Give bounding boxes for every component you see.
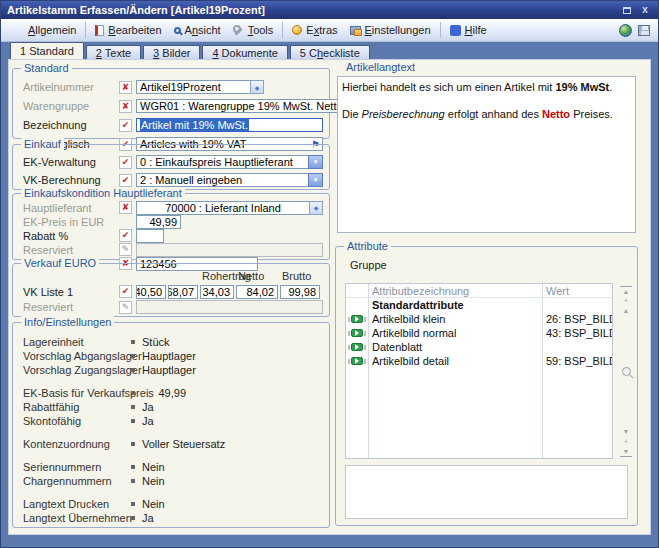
tab-1-standard[interactable]: 1 Standard	[10, 42, 84, 59]
save-icon[interactable]	[638, 25, 650, 36]
info-row: Rabattfähig Ja	[13, 400, 329, 414]
note-icon	[119, 243, 132, 256]
red-check-icon	[119, 156, 132, 169]
menu-item-extras[interactable]: Extras	[286, 22, 343, 38]
info-row: Lagereinheit Stück	[13, 335, 329, 349]
ek-verwaltung-field[interactable]: 0 : Einkaufspreis Hauptlieferant	[136, 155, 308, 169]
ek-preis-field[interactable]: 49,99	[136, 215, 181, 229]
artikelnummer-field[interactable]: Artikel19Prozent	[136, 80, 250, 94]
globe-icon[interactable]	[619, 24, 632, 37]
menu-item-allgemein[interactable]: Allgemein	[5, 22, 82, 39]
vk-liste-field-2[interactable]: 68,07	[168, 285, 198, 299]
close-button[interactable]: x	[638, 4, 652, 16]
bullet-icon	[131, 442, 135, 446]
rabatt-field[interactable]	[136, 229, 164, 243]
close-icon: x	[642, 5, 648, 15]
red-check-icon	[119, 119, 132, 132]
info-row: Chargennummern Nein	[13, 474, 329, 488]
warengruppe-label: Warengruppe	[23, 100, 119, 112]
plus-icon[interactable]: +	[620, 437, 632, 447]
hauptlieferant-field[interactable]: 70000 : Lieferant Inland	[136, 201, 309, 215]
workarea: 1 Standard2 Texte3 Bilder4 Dokumente5 Ch…	[1, 42, 658, 547]
attribute-row[interactable]: Standardattribute	[346, 298, 612, 312]
attribute-row[interactable]: Artikelbild klein 26: BSP_BILDER_1.BMP	[346, 312, 612, 326]
red-x-icon	[119, 100, 132, 113]
bullet-icon	[131, 465, 135, 469]
vk-liste-netto-field[interactable]: 84,02	[236, 285, 278, 299]
plus-icon[interactable]: +	[620, 296, 632, 306]
triangle-up-line-icon[interactable]: ▲	[620, 286, 632, 296]
artikellangtext-line: Hierbei handelt es sich um einen Artikel…	[342, 80, 631, 94]
menu-item-ansicht[interactable]: Ansicht	[168, 22, 227, 38]
magnifier-icon[interactable]	[622, 367, 631, 376]
vk-liste-label: VK Liste 1	[23, 286, 119, 298]
ek-verwaltung-dropdown-button[interactable]: ▼	[308, 155, 323, 169]
tab-2-texte[interactable]: 2 Texte	[86, 45, 141, 59]
restore-icon	[623, 7, 631, 14]
bezeichnung-field[interactable]: Artikel mit 19% MwSt.	[136, 118, 323, 132]
content: Standard Artikelnummer Artikel19Prozent …	[8, 59, 651, 535]
bullet-icon	[131, 391, 135, 395]
group-info-label: Info/Einstellungen	[21, 316, 114, 328]
ek-preis-label: EK-Preis in EUR	[23, 216, 119, 228]
vk-liste-field-1[interactable]: 40,50	[136, 285, 166, 299]
edit-icon	[95, 25, 104, 36]
menubar-right	[619, 24, 654, 37]
info-row: Seriennummern Nein	[13, 460, 329, 474]
bezeichnung-selected-text: Artikel mit 19% MwSt.	[140, 119, 249, 131]
red-check-icon	[119, 285, 132, 298]
nav-arrow-icon	[11, 24, 24, 37]
attribute-image-icon	[348, 329, 366, 337]
window-title: Artikelstamm Erfassen/Ändern [Artikel19P…	[7, 4, 616, 16]
group-einkauf-label: Einkauf	[21, 138, 64, 150]
red-x-icon	[119, 81, 132, 94]
titlebar: Artikelstamm Erfassen/Ändern [Artikel19P…	[1, 1, 658, 19]
warengruppe-field[interactable]: WGR01 : Warengruppe 19% MwSt. Netto	[136, 99, 346, 113]
triangle-down-line-icon[interactable]: ▼	[620, 447, 632, 457]
info-row: Kontenzuordnung Voller Steuersatz	[13, 437, 329, 451]
vk-liste-rohertrag-field[interactable]: 34,03	[200, 285, 234, 299]
red-check-icon	[119, 229, 132, 242]
attributbezeichnung-column-header[interactable]: Attributbezeichnung	[368, 285, 542, 297]
tab-5-checkliste[interactable]: 5 Checkliste	[290, 45, 370, 59]
ek-verwaltung-label: EK-Verwaltung	[23, 156, 119, 168]
tab-4-dokumente[interactable]: 4 Dokumente	[202, 45, 287, 59]
vk-liste-brutto-field[interactable]: 99,98	[280, 285, 320, 299]
menu-separator	[85, 22, 86, 38]
attribute-image-icon	[348, 357, 366, 365]
bullet-icon	[131, 340, 135, 344]
reserviert2-field[interactable]	[136, 300, 323, 314]
menu-item-einstellungen[interactable]: Einstellungen	[344, 22, 437, 38]
artikelnummer-lookup-button[interactable]: ◆	[250, 80, 264, 94]
restore-button[interactable]	[620, 4, 634, 16]
tab-3-bilder[interactable]: 3 Bilder	[143, 45, 200, 59]
hauptlieferant-lookup-button[interactable]: ◆	[309, 201, 323, 215]
reserviert1-field[interactable]	[136, 243, 323, 257]
vk-berechnung-field[interactable]: 2 : Manuell eingeben	[136, 173, 308, 187]
info-row: Vorschlag Zugangslager Hauptlager	[13, 363, 329, 377]
group-attribute-label: Attribute	[344, 240, 391, 252]
artikellangtext-editor[interactable]: Hierbei handelt es sich um einen Artikel…	[337, 76, 636, 233]
attribute-row[interactable]: Artikelbild detail 59: BSP_BILDER_1.BMP	[346, 354, 612, 368]
attribute-row[interactable]: Artikelbild normal 43: BSP_BILDER_1.BMP	[346, 326, 612, 340]
menu-item-hilfe[interactable]: Hilfe	[444, 22, 493, 38]
group-artikellangtext: Artikellangtext Hierbei handelt es sich …	[335, 68, 638, 236]
vk-berechnung-dropdown-button[interactable]: ▼	[308, 173, 323, 187]
bullet-icon	[131, 516, 135, 520]
group-einkauf: Einkauf EK-Verwaltung 0 : Einkaufspreis …	[12, 144, 330, 190]
red-x-icon	[119, 201, 132, 214]
app-window: Artikelstamm Erfassen/Ändern [Artikel19P…	[0, 0, 659, 548]
attribute-row[interactable]: Datenblatt	[346, 340, 612, 354]
bullet-icon	[131, 479, 135, 483]
menu-items: Allgemein Bearbeiten Ansicht Tools Extra…	[5, 22, 619, 39]
wert-column-header[interactable]: Wert	[542, 285, 612, 297]
reserviert2-label: Reserviert	[23, 301, 119, 313]
menu-item-bearbeiten[interactable]: Bearbeiten	[89, 22, 167, 38]
group-einkaufskondition-label: Einkaufskondition Hauptlieferant	[21, 187, 185, 199]
triangle-up-icon[interactable]: ▲	[620, 306, 632, 316]
bullet-icon	[131, 405, 135, 409]
triangle-down-icon[interactable]: ▼	[620, 427, 632, 437]
menu-item-tools[interactable]: Tools	[227, 22, 280, 38]
view-icon	[174, 27, 181, 34]
menubar: Allgemein Bearbeiten Ansicht Tools Extra…	[1, 19, 658, 42]
